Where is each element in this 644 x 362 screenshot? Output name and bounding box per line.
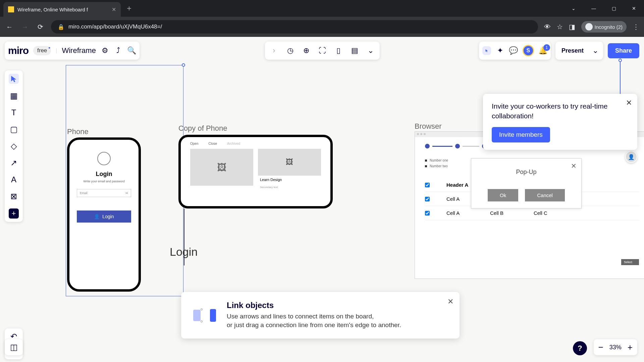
login-node-label[interactable]: Login bbox=[170, 245, 198, 258]
url-text: miro.com/app/board/uXjVMqU6x48=/ bbox=[68, 23, 531, 30]
cursor-mode-button[interactable] bbox=[482, 46, 491, 55]
popup-title: Pop-Up bbox=[478, 169, 575, 176]
cancel-button[interactable]: Cancel bbox=[525, 189, 565, 201]
reactions-icon[interactable]: ✦ bbox=[496, 46, 504, 55]
search-icon[interactable]: 🔍 bbox=[127, 46, 136, 55]
top-toolbar-center: › ◷ ⊕ ⛶ ▯ ▤ ⌄ bbox=[265, 42, 380, 60]
card-subtitle: Secondary text bbox=[258, 184, 321, 191]
tablet-frame[interactable]: OpenCloseArchived 🖼 🖼 Learn Design Secon… bbox=[178, 135, 333, 208]
select-dropdown[interactable]: Select bbox=[621, 259, 639, 265]
checkbox[interactable] bbox=[425, 211, 430, 216]
card-icon[interactable]: ▤ bbox=[350, 46, 359, 55]
frame-label-copy[interactable]: Copy of Phone bbox=[178, 124, 227, 133]
user-avatar[interactable]: S bbox=[523, 45, 534, 56]
popup-wireframe[interactable]: ✕ Pop-Up Ok Cancel bbox=[471, 158, 582, 208]
estimate-icon[interactable]: ⛶ bbox=[318, 46, 327, 55]
login-heading: Login bbox=[74, 171, 134, 178]
lock-icon: 🔒 bbox=[58, 24, 64, 30]
comment-icon[interactable]: 💬 bbox=[509, 46, 518, 55]
app-canvas[interactable]: Phone Login Write your email and passwor… bbox=[0, 37, 644, 362]
more-icon[interactable]: ⌄ bbox=[366, 46, 375, 55]
connect-tool[interactable]: ↗ bbox=[10, 158, 17, 168]
timer-icon[interactable]: ◷ bbox=[286, 46, 294, 55]
notifications-button[interactable]: 🔔1 bbox=[539, 46, 547, 55]
avatar-placeholder bbox=[97, 152, 111, 165]
select-tool[interactable] bbox=[9, 74, 19, 84]
frame-label-browser[interactable]: Browser bbox=[415, 122, 442, 131]
settings-icon[interactable]: ⚙ bbox=[101, 46, 109, 55]
image-placeholder: 🖼 bbox=[258, 149, 321, 176]
zoom-level[interactable]: 33% bbox=[609, 344, 622, 351]
sidepanel-icon[interactable]: ◨ bbox=[569, 23, 575, 31]
tab-search-icon[interactable]: ⌄ bbox=[564, 0, 584, 17]
envelope-icon: ✉ bbox=[125, 191, 128, 195]
maximize-button[interactable]: ▢ bbox=[604, 0, 624, 17]
more-tools-button[interactable]: + bbox=[9, 208, 19, 219]
zoom-out-button[interactable]: − bbox=[598, 342, 603, 353]
share-button[interactable]: Share bbox=[608, 43, 639, 58]
ok-button[interactable]: Ok bbox=[488, 189, 518, 201]
browser-address-bar: ← → ⟳ 🔒 miro.com/app/board/uXjVMqU6x48=/… bbox=[0, 17, 644, 37]
link-objects-icon bbox=[191, 305, 218, 325]
new-tab-button[interactable]: + bbox=[127, 4, 131, 13]
url-input[interactable]: 🔒 miro.com/app/board/uXjVMqU6x48=/ bbox=[51, 20, 538, 34]
browser-menu-icon[interactable]: ⋮ bbox=[633, 23, 639, 31]
forward-button: → bbox=[20, 23, 30, 31]
minimize-button[interactable]: ― bbox=[584, 0, 604, 17]
board-name[interactable]: Wireframe bbox=[62, 46, 96, 55]
browser-tab-bar: Wireframe, Online Whiteboard f ✕ + ⌄ ― ▢… bbox=[0, 0, 644, 17]
help-button[interactable]: ? bbox=[573, 341, 587, 355]
user-icon: 👤 bbox=[94, 214, 100, 219]
shape-tool[interactable]: ◇ bbox=[11, 141, 17, 151]
export-icon[interactable]: ⤴ bbox=[114, 46, 123, 55]
incognito-icon bbox=[585, 23, 593, 31]
reload-button[interactable]: ⟳ bbox=[36, 23, 45, 31]
tab-title: Wireframe, Online Whiteboard f bbox=[17, 7, 108, 12]
close-icon[interactable]: ✕ bbox=[626, 99, 632, 107]
back-button[interactable]: ← bbox=[5, 23, 14, 31]
miro-logo[interactable]: miro bbox=[8, 45, 29, 56]
chevron-down-icon[interactable]: ⌄ bbox=[591, 46, 600, 55]
login-subtitle: Write your email and password bbox=[74, 180, 134, 183]
frame-tool[interactable]: ⊠ bbox=[10, 192, 17, 201]
invite-text: Invite your co-workers to try real-time … bbox=[492, 101, 629, 121]
invite-members-button[interactable]: Invite members bbox=[492, 127, 550, 142]
left-toolbar: ▦ T ▢ ◇ ↗ A ⊠ + bbox=[5, 70, 23, 222]
tablet-tabs[interactable]: OpenCloseArchived bbox=[190, 142, 321, 145]
sticky-tool[interactable]: ▢ bbox=[10, 125, 18, 134]
close-tab-icon[interactable]: ✕ bbox=[112, 6, 116, 13]
zoom-in-button[interactable]: + bbox=[628, 342, 633, 353]
browser-tab[interactable]: Wireframe, Online Whiteboard f ✕ bbox=[3, 2, 121, 17]
zoom-controls: − 33% + bbox=[594, 339, 637, 355]
image-placeholder: 🖼 bbox=[190, 149, 253, 186]
present-button[interactable]: Present bbox=[559, 47, 586, 54]
voting-icon[interactable]: ⊕ bbox=[302, 46, 311, 55]
email-input[interactable]: Email ✉ bbox=[77, 189, 131, 197]
bookmark-icon[interactable]: ☆ bbox=[557, 23, 563, 31]
hint-body: Use arrows and lines to connect items on… bbox=[227, 312, 401, 330]
close-icon[interactable]: ✕ bbox=[571, 162, 577, 170]
frame-label-phone[interactable]: Phone bbox=[67, 127, 89, 136]
hint-toast: Link objects Use arrows and lines to con… bbox=[181, 292, 460, 339]
close-icon[interactable]: ✕ bbox=[447, 297, 453, 306]
hint-title: Link objects bbox=[227, 301, 401, 310]
favicon bbox=[8, 6, 14, 12]
incognito-badge[interactable]: Incognito (2) bbox=[581, 21, 627, 33]
top-toolbar-left: miro free | Wireframe ⚙ ⤴ 🔍 bbox=[5, 42, 140, 60]
collaborator-avatar[interactable]: 👤 bbox=[625, 151, 637, 163]
eye-off-icon[interactable]: 👁 bbox=[544, 23, 551, 31]
pen-tool[interactable]: A bbox=[11, 175, 16, 184]
phone-frame[interactable]: Login Write your email and password Emai… bbox=[67, 137, 141, 292]
checkbox[interactable] bbox=[425, 197, 430, 201]
templates-tool[interactable]: ▦ bbox=[10, 91, 18, 101]
invite-toast: ✕ Invite your co-workers to try real-tim… bbox=[483, 94, 637, 150]
chevron-right-icon[interactable]: › bbox=[270, 46, 278, 55]
checkbox[interactable] bbox=[425, 183, 430, 187]
text-tool[interactable]: T bbox=[11, 108, 16, 117]
plan-badge[interactable]: free bbox=[33, 46, 51, 55]
note-icon[interactable]: ▯ bbox=[334, 46, 343, 55]
card-title: Learn Design bbox=[258, 176, 321, 184]
collapse-toolbar-button[interactable]: ◫ bbox=[5, 339, 23, 355]
login-button[interactable]: 👤 Login bbox=[77, 210, 131, 223]
close-window-button[interactable]: ✕ bbox=[624, 0, 644, 17]
